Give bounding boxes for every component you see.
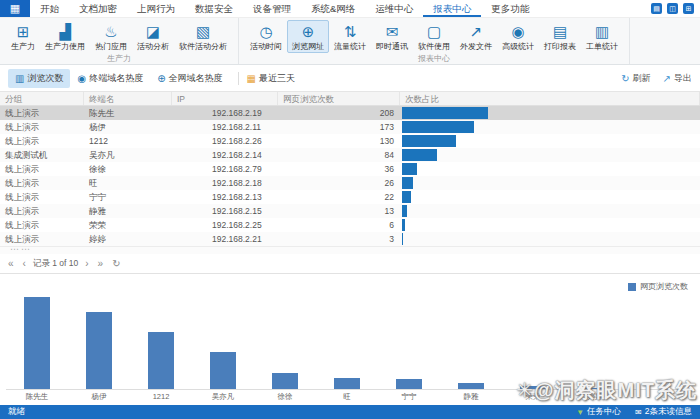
column-header-0[interactable]: 分组: [0, 92, 84, 105]
ribbon-button-活动时间[interactable]: ◷活动时间: [245, 20, 287, 53]
quick-icon-window[interactable]: ◫: [667, 3, 678, 14]
titlebar: ▦ 开始文档加密上网行为数据安全设备管理系统&网络运维中心报表中心更多功能 ▤◫…: [0, 0, 700, 18]
app-menu-button[interactable]: ▦: [0, 0, 30, 17]
legend-label: 网页浏览次数: [640, 281, 688, 292]
table-row[interactable]: 线上演示静雅192.168.2.1513: [0, 204, 700, 218]
hot-apps-icon: ♨: [104, 23, 117, 41]
pager-record-text: 记录 1 of 10: [33, 258, 78, 270]
chart-bar-静雅[interactable]: [458, 383, 484, 389]
cell-browse-count: 22: [278, 190, 400, 204]
ribbon-button-打印报表[interactable]: ▤打印报表: [539, 20, 581, 53]
chart-bar-荣荣[interactable]: [520, 386, 546, 389]
table-row[interactable]: 线上演示荣荣192.168.2.256: [0, 218, 700, 232]
table-row[interactable]: 线上演示旺192.168.2.1826: [0, 176, 700, 190]
first-page-button[interactable]: «: [6, 256, 16, 272]
ribbon-button-高级统计[interactable]: ◉高级统计: [497, 20, 539, 53]
tab-全网域名热度[interactable]: ⊕全网域名热度: [150, 69, 229, 88]
chart-bar-旺[interactable]: [334, 378, 360, 390]
menu-item-3[interactable]: 数据安全: [185, 0, 243, 17]
ribbon-button-label: 生产力使用: [45, 41, 85, 52]
chart-bar-1212[interactable]: [148, 332, 174, 390]
chart-bar-陈先生[interactable]: [24, 297, 50, 389]
menu-item-0[interactable]: 开始: [30, 0, 69, 17]
last-page-button[interactable]: »: [96, 256, 106, 272]
chart-bar-宁宁[interactable]: [396, 379, 422, 389]
date-range-filter[interactable]: ▦ 最近三天: [247, 72, 295, 85]
cell-terminal-name: 徐徐: [84, 162, 172, 176]
status-item-任务中心[interactable]: ▼任务中心: [576, 406, 621, 418]
ribbon-button-外发文件[interactable]: ↗外发文件: [455, 20, 497, 53]
tab-终端域名热度[interactable]: ◉终端域名热度: [70, 69, 150, 88]
导出-button[interactable]: ↗导出: [663, 72, 692, 85]
ribbon-button-即时通讯[interactable]: ✉即时通讯: [371, 20, 413, 53]
cell-count-ratio: [400, 106, 700, 120]
unread-messages-icon: ✉: [635, 408, 642, 417]
column-header-4[interactable]: 次数占比: [400, 92, 700, 105]
column-header-2[interactable]: IP: [172, 92, 278, 105]
menu-item-1[interactable]: 文档加密: [69, 0, 127, 17]
cell-group: 线上演示: [0, 106, 84, 120]
table-row[interactable]: 线上演示婷婷192.168.2.213: [0, 232, 700, 246]
刷新-button[interactable]: ↻刷新: [621, 72, 650, 85]
x-tick-label: 杨伊: [92, 392, 107, 402]
terminal-domain-heat-icon: ◉: [77, 73, 86, 84]
status-item-label: 2条未读信息: [645, 406, 692, 418]
software-activity-analysis-icon: ▧: [196, 23, 210, 41]
ribbon-button-label: 生产力: [11, 41, 35, 52]
cell-ip: 192.168.2.79: [172, 162, 278, 176]
menu-item-7[interactable]: 报表中心: [423, 0, 481, 17]
column-header-1[interactable]: 终端名: [84, 92, 172, 105]
table-row[interactable]: 线上演示杨伊192.168.2.11173: [0, 120, 700, 134]
menu-item-6[interactable]: 运维中心: [365, 0, 423, 17]
ribbon-button-label: 高级统计: [502, 41, 534, 52]
ribbon-button-活动分析[interactable]: ◪活动分析: [132, 20, 174, 53]
quick-icon-grid[interactable]: ▤: [651, 3, 662, 14]
quick-icon-apps[interactable]: ⊞: [683, 3, 694, 14]
cell-count-ratio: [400, 232, 700, 246]
ribbon-button-热门应用[interactable]: ♨热门应用: [90, 20, 132, 53]
ribbon-button-label: 工单统计: [586, 41, 618, 52]
ribbon-button-生产力使用[interactable]: ▟生产力使用: [40, 20, 90, 53]
ratio-bar: [402, 149, 437, 161]
print-report-icon: ▤: [553, 23, 567, 41]
ribbon-button-软件活动分析[interactable]: ▧软件活动分析: [174, 20, 232, 53]
ribbon-button-工单统计[interactable]: ▥工单统计: [581, 20, 623, 53]
splitter-handle[interactable]: ⋯⋯: [0, 246, 700, 254]
table-row[interactable]: 线上演示1212192.168.2.26130: [0, 134, 700, 148]
menu-item-2[interactable]: 上网行为: [127, 0, 185, 17]
ribbon-button-软件使用[interactable]: ▢软件使用: [413, 20, 455, 53]
ribbon-group-1: ◷活动时间⊕浏览网址⇅流量统计✉即时通讯▢软件使用↗外发文件◉高级统计▤打印报表…: [239, 18, 630, 64]
table-row[interactable]: 集成测试机吴亦凡192.168.2.1484: [0, 148, 700, 162]
ribbon-button-label: 流量统计: [334, 41, 366, 52]
ratio-bar: [402, 191, 411, 203]
table-row[interactable]: 线上演示陈先生192.168.2.19208: [0, 106, 700, 120]
cell-terminal-name: 旺: [84, 176, 172, 190]
ribbon-button-流量统计[interactable]: ⇅流量统计: [329, 20, 371, 53]
ribbon-button-浏览网址[interactable]: ⊕浏览网址: [287, 20, 329, 53]
menu-item-8[interactable]: 更多功能: [481, 0, 539, 17]
menu-item-5[interactable]: 系统&网络: [301, 0, 365, 17]
ribbon-button-label: 打印报表: [544, 41, 576, 52]
ribbon-button-生产力[interactable]: ⊞生产力: [6, 20, 40, 53]
activity-time-icon: ◷: [259, 23, 272, 41]
cell-ip: 192.168.2.21: [172, 232, 278, 246]
date-range-label: 最近三天: [259, 72, 295, 85]
cell-terminal-name: 宁宁: [84, 190, 172, 204]
chart-bar-徐徐[interactable]: [272, 373, 298, 389]
chart-bar-婷婷[interactable]: [582, 388, 608, 389]
table-row[interactable]: 线上演示徐徐192.168.2.7936: [0, 162, 700, 176]
pager-refresh-button[interactable]: ↻: [110, 256, 122, 272]
chart-bar-吴亦凡[interactable]: [210, 352, 236, 389]
table-row[interactable]: 线上演示宁宁192.168.2.1322: [0, 190, 700, 204]
cell-ip: 192.168.2.14: [172, 148, 278, 162]
tab-浏览次数[interactable]: ▥浏览次数: [8, 69, 70, 88]
prev-page-button[interactable]: ‹: [21, 256, 28, 272]
menu-item-4[interactable]: 设备管理: [243, 0, 301, 17]
status-item-2条未读信息[interactable]: ✉2条未读信息: [635, 406, 692, 418]
next-page-button[interactable]: ›: [83, 256, 90, 272]
x-tick-label: 陈先生: [26, 392, 49, 402]
legend-swatch: [628, 283, 636, 291]
column-header-3[interactable]: 网页浏览次数: [278, 92, 400, 105]
action-label: 刷新: [633, 72, 651, 85]
chart-bar-杨伊[interactable]: [86, 312, 112, 389]
